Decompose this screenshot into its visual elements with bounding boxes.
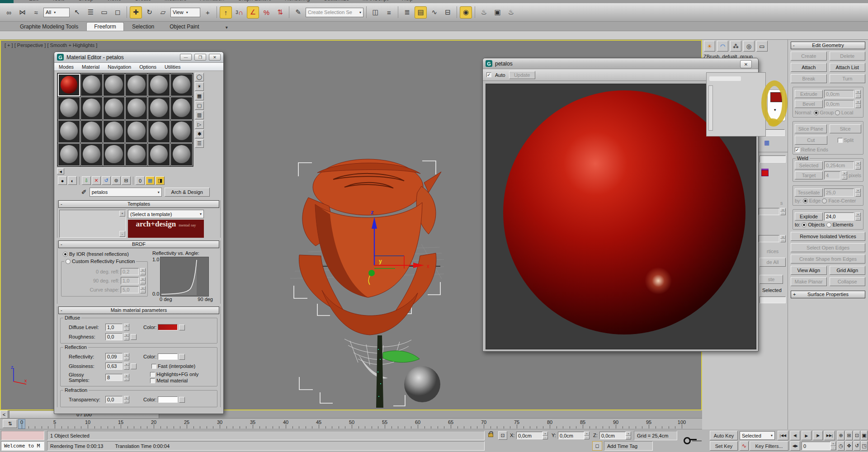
menu-modes[interactable]: Modes: [59, 64, 74, 70]
slot-scroll-left-icon[interactable]: ◂: [57, 168, 64, 174]
extrude-button[interactable]: Extrude: [795, 90, 823, 98]
diffuse-map-button[interactable]: [179, 325, 185, 330]
menu-material[interactable]: Material: [82, 64, 99, 70]
unlink-selection-icon[interactable]: ⋈: [16, 6, 28, 19]
select-move-icon[interactable]: ✚: [130, 6, 142, 19]
go-to-end-icon[interactable]: ▶▶|: [824, 431, 835, 440]
graphite-ribbon-toggle-icon[interactable]: ▤: [415, 6, 427, 19]
template-select-dropdown[interactable]: (Select a template) ▾: [128, 210, 204, 218]
material-editor-icon[interactable]: ◉: [460, 6, 472, 19]
create-button[interactable]: Create: [791, 52, 827, 61]
bevel-button[interactable]: Bevel: [795, 100, 823, 108]
pick-material-eyedropper-icon[interactable]: ✐: [81, 188, 87, 196]
ribbon-minimize-icon[interactable]: ▾: [218, 24, 235, 31]
glossiness-field[interactable]: 0,63: [105, 363, 123, 370]
play-icon[interactable]: ▶: [802, 431, 811, 440]
roughness-field[interactable]: 0,0: [105, 333, 123, 340]
menu-navigation[interactable]: Navigation: [108, 64, 131, 70]
to-objects-radio[interactable]: [802, 222, 807, 227]
sample-slot[interactable]: [103, 97, 125, 119]
menu-group[interactable]: Group: [78, 0, 93, 2]
snap-3d-icon[interactable]: 3∩: [233, 6, 245, 19]
render-setup-icon[interactable]: ♨: [478, 6, 490, 19]
zoom-all-icon[interactable]: ⊞: [845, 431, 853, 440]
templates-rollout[interactable]: -Templates: [58, 200, 219, 208]
tessellate-field[interactable]: 25,0: [824, 188, 854, 197]
slice-plane-button[interactable]: Slice Plane: [795, 124, 827, 133]
sample-slot-grid[interactable]: [57, 73, 193, 167]
by-ior-radio[interactable]: [63, 252, 68, 257]
zoom-extents-all-icon[interactable]: ▣: [861, 431, 868, 440]
collapse-button[interactable]: Collapse: [830, 277, 866, 286]
zoom-icon[interactable]: ⊕: [837, 431, 844, 440]
absolute-mode-icon[interactable]: ⊡: [498, 431, 507, 440]
y-coordinate-field[interactable]: 0,0cm: [558, 432, 584, 439]
edit-geometry-rollout[interactable]: -Edit Geometry: [791, 42, 865, 49]
menu-edit[interactable]: Edit: [29, 0, 38, 2]
sample-slot[interactable]: [170, 97, 193, 119]
weld-selected-field[interactable]: 0,254cm: [824, 161, 854, 170]
material-map-navigator-icon[interactable]: ☰: [195, 139, 204, 148]
macro-recorder-box[interactable]: [1, 431, 44, 440]
key-step-icon[interactable]: ◀▶: [790, 441, 800, 451]
curve-editor-icon[interactable]: ∿: [428, 6, 440, 19]
get-material-icon[interactable]: ●: [58, 176, 67, 185]
rectangular-region-icon[interactable]: ▭: [98, 6, 110, 19]
menu-create[interactable]: Create: [135, 0, 151, 2]
sample-slot[interactable]: [80, 143, 103, 166]
select-open-edges-button[interactable]: Select Open Edges: [791, 243, 865, 252]
menu-rendering[interactable]: Rendering: [285, 0, 310, 2]
sample-slot[interactable]: [170, 74, 193, 96]
main-parameters-rollout[interactable]: -Main material parameters: [58, 306, 219, 314]
sample-slot[interactable]: [148, 143, 170, 166]
time-configuration-icon[interactable]: ◷: [837, 441, 844, 451]
current-frame-field[interactable]: 0: [802, 442, 830, 450]
minimize-button[interactable]: —: [180, 54, 192, 61]
isolate-cube-icon[interactable]: ◻: [592, 441, 602, 451]
x-coordinate-field[interactable]: 0,0cm: [516, 432, 542, 439]
attach-list-button[interactable]: Attach List: [830, 63, 866, 72]
mirror-icon[interactable]: ◫: [369, 6, 382, 19]
diffuse-level-field[interactable]: 1,0: [105, 324, 123, 331]
normal-group-radio[interactable]: [814, 110, 819, 115]
update-button[interactable]: Update: [509, 71, 535, 79]
key-filters-button[interactable]: Key Filters...: [750, 441, 788, 451]
extrude-field[interactable]: 0,0cm: [824, 90, 854, 98]
view-align-button[interactable]: View Align: [791, 266, 827, 275]
refraction-map-button[interactable]: [179, 397, 185, 403]
menu-animation[interactable]: Animation: [200, 0, 224, 2]
make-unique-icon[interactable]: ↺: [102, 176, 111, 185]
render-production-icon[interactable]: ♨: [505, 6, 517, 19]
menu-utilities[interactable]: Utilities: [165, 64, 180, 70]
diffuse-color-swatch[interactable]: [158, 324, 178, 330]
material-editor-window[interactable]: G Material Editor - petalos — ❐ ✕ Modes …: [54, 52, 224, 414]
edit-named-sets-icon[interactable]: ✎: [292, 6, 304, 19]
light-icon[interactable]: ☀: [704, 41, 715, 52]
backlight-icon[interactable]: ☀: [195, 82, 204, 91]
refine-ends-checkbox[interactable]: ✓: [795, 147, 800, 152]
menu-graph-editors[interactable]: Graph Editors: [238, 0, 271, 2]
window-crossing-icon[interactable]: ◻: [112, 6, 124, 19]
menu-customize[interactable]: Customize: [323, 0, 349, 2]
tab-selection[interactable]: Selection: [125, 23, 161, 31]
sample-slot[interactable]: [103, 74, 125, 96]
select-manipulate-icon[interactable]: +: [202, 6, 214, 19]
key-mode-dropdown[interactable]: Selected▾: [740, 431, 775, 440]
sample-slot[interactable]: [125, 120, 147, 143]
explode-button[interactable]: Explode: [795, 212, 823, 221]
select-rotate-icon[interactable]: ↻: [143, 6, 156, 19]
close-button[interactable]: ✕: [209, 54, 221, 61]
menu-help[interactable]: Help: [402, 0, 413, 2]
roughness-map-button[interactable]: [131, 334, 137, 340]
sample-slot[interactable]: [58, 97, 80, 119]
sample-slot[interactable]: [103, 120, 125, 143]
show-end-result-icon[interactable]: ◨: [156, 176, 165, 185]
sample-slot[interactable]: [148, 74, 170, 96]
create-shape-from-edges-button[interactable]: Create Shape from Edges: [791, 254, 865, 264]
sample-slot[interactable]: [170, 120, 193, 143]
next-frame-icon[interactable]: |▶: [813, 431, 823, 440]
sample-slot[interactable]: [170, 143, 193, 166]
split-checkbox[interactable]: [838, 138, 843, 143]
preview-titlebar[interactable]: G petalos: [483, 58, 758, 69]
show-map-in-viewport-icon[interactable]: ▦: [146, 176, 155, 185]
